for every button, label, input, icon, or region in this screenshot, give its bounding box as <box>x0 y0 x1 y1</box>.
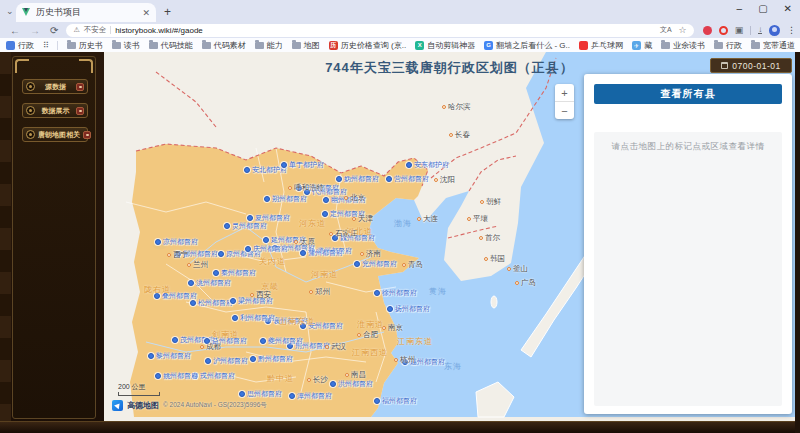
forward-button[interactable]: → <box>30 25 40 36</box>
bookmark-item[interactable]: 行政 <box>714 40 742 51</box>
city-dot-icon <box>325 345 329 349</box>
profile-avatar[interactable] <box>769 25 780 36</box>
bookmark-item[interactable]: 代码素材 <box>202 40 246 51</box>
bookmark-item[interactable]: ⠿ <box>43 41 48 50</box>
extension-o-icon[interactable] <box>719 26 728 35</box>
region-label: 黔中道 <box>267 373 294 384</box>
marker-dot-icon[interactable] <box>188 280 194 286</box>
bookmark-item[interactable]: ✈藏 <box>632 40 652 51</box>
zoom-out-button[interactable]: − <box>555 102 574 119</box>
marker-dot-icon[interactable] <box>232 315 238 321</box>
city-label: 朝鲜 <box>486 197 501 207</box>
marker-dot-icon[interactable] <box>322 211 328 217</box>
marker-dot-icon[interactable] <box>250 356 256 362</box>
browser-window: ⌄ 历史书项目 ✕ + – ▢ ✕ ← → ⟳ ⚠ 不安全 historyboo… <box>0 0 800 433</box>
map-canvas[interactable]: 744年天宝三载唐朝行政区划图（正县） 安北都护府单于都护府云州都督府妫州都督府… <box>104 52 795 421</box>
extensions-puzzle-icon[interactable]: ▣ <box>735 25 744 35</box>
marker-dot-icon[interactable] <box>374 398 380 404</box>
date-badge[interactable]: 0700-01-01 <box>710 58 792 73</box>
bookmark-item[interactable]: G翻墙之后看什么 - G.. <box>484 40 570 51</box>
city-dot-icon <box>294 240 298 244</box>
sidebar-button-toggle-icon[interactable] <box>76 83 84 91</box>
address-bar[interactable]: ⚠ 不安全 historybook.wiki/#/gaode 文A ☆ <box>66 24 693 37</box>
marker-dot-icon[interactable] <box>239 391 245 397</box>
marker-dot-icon[interactable] <box>374 290 380 296</box>
marker-dot-icon[interactable] <box>300 250 306 256</box>
window-close-button[interactable]: ✕ <box>784 3 792 14</box>
marker-dot-icon[interactable] <box>336 176 342 182</box>
bookmark-item[interactable]: 行政 <box>6 40 34 51</box>
sidebar-button-1[interactable]: 源数据 <box>22 79 88 94</box>
marker-dot-icon[interactable] <box>263 237 269 243</box>
folder-icon <box>255 42 264 49</box>
sidebar-button-toggle-icon[interactable] <box>83 131 91 139</box>
marker-dot-icon[interactable] <box>354 261 360 267</box>
extension-red-icon[interactable] <box>703 26 712 35</box>
sidebar-button-toggle-icon[interactable] <box>76 107 84 115</box>
city-label: 兰州 <box>193 260 208 270</box>
reload-button[interactable]: ⟳ <box>50 25 58 36</box>
marker-dot-icon[interactable] <box>155 373 161 379</box>
bookmark-item[interactable]: 代码技能 <box>149 40 193 51</box>
city-dot-icon <box>357 333 361 337</box>
view-all-counties-button[interactable]: 查看所有县 <box>594 84 782 104</box>
marker-dot-icon[interactable] <box>245 246 251 252</box>
back-button[interactable]: ← <box>10 25 20 36</box>
marker-dot-icon[interactable] <box>148 353 154 359</box>
url-text[interactable]: historybook.wiki/#/gaode <box>115 26 656 35</box>
city-dot-icon <box>402 263 406 267</box>
bookmark-item[interactable]: 历历史价格查询 (京.. <box>329 40 406 51</box>
city-label: 长春 <box>455 130 470 140</box>
bookmark-item[interactable]: 历史书 <box>67 40 103 51</box>
marker-dot-icon[interactable] <box>386 176 392 182</box>
marker-dot-icon[interactable] <box>406 162 412 168</box>
bookmark-item[interactable]: 业余读书 <box>661 40 705 51</box>
tab-close-icon[interactable]: ✕ <box>142 8 150 18</box>
bookmark-item[interactable]: 读书 <box>112 40 140 51</box>
decor-right-edge <box>795 52 800 433</box>
marker-dot-icon[interactable] <box>289 393 295 399</box>
bookmark-item[interactable]: X自动剪辑神器 <box>415 40 475 51</box>
browser-toolbar: ← → ⟳ ⚠ 不安全 historybook.wiki/#/gaode 文A … <box>0 22 800 38</box>
translate-icon[interactable]: 文A <box>660 25 672 35</box>
site-favicon-icon: ✈ <box>632 41 641 50</box>
marker-dot-icon[interactable] <box>323 197 329 203</box>
download-icon[interactable]: ↓ <box>758 26 762 34</box>
marker-dot-icon[interactable] <box>205 358 211 364</box>
bookmark-item[interactable]: 地图 <box>292 40 320 51</box>
new-tab-button[interactable]: + <box>164 5 171 19</box>
tab-search-icon[interactable]: ⌄ <box>6 6 14 16</box>
bookmark-star-icon[interactable]: ☆ <box>679 25 687 35</box>
marker-dot-icon[interactable] <box>247 215 253 221</box>
marker-dot-icon[interactable] <box>281 162 287 168</box>
marker-dot-icon[interactable] <box>224 223 230 229</box>
region-label: 淮南道 <box>357 319 384 330</box>
bookmark-item[interactable]: 乒乓球网 <box>579 40 623 51</box>
marker-dot-icon[interactable] <box>260 338 266 344</box>
city-dot-icon <box>288 186 292 190</box>
zoom-in-button[interactable]: + <box>555 84 574 102</box>
marker-dot-icon[interactable] <box>264 196 270 202</box>
marker-dot-icon[interactable] <box>155 239 161 245</box>
browser-tab[interactable]: 历史书项目 ✕ <box>16 3 156 22</box>
sidebar-button-3[interactable]: 唐朝地图相关 <box>22 127 88 142</box>
site-favicon-icon: G <box>484 41 493 50</box>
bookmark-label: 业余读书 <box>673 40 705 51</box>
marker-dot-icon[interactable] <box>330 381 336 387</box>
marker-dot-icon[interactable] <box>172 337 178 343</box>
menu-kebab-icon[interactable]: ⋮ <box>787 25 796 35</box>
marker-label: 黔州都督府 <box>258 354 293 364</box>
marker-dot-icon[interactable] <box>230 298 236 304</box>
marker-dot-icon[interactable] <box>387 306 393 312</box>
marker-dot-icon[interactable] <box>218 251 224 257</box>
left-sidebar: 源数据数据展示唐朝地图相关 <box>12 56 96 419</box>
bookmark-item[interactable]: 能力 <box>255 40 283 51</box>
marker-dot-icon[interactable] <box>244 167 250 173</box>
window-maximize-button[interactable]: ▢ <box>758 3 767 14</box>
sidebar-button-icon <box>26 106 35 115</box>
window-minimize-button[interactable]: – <box>737 3 743 14</box>
bookmark-item[interactable]: 宽带通道 <box>751 40 795 51</box>
sidebar-button-2[interactable]: 数据展示 <box>22 103 88 118</box>
marker-dot-icon[interactable] <box>213 270 219 276</box>
city-label: 武汉 <box>331 342 346 352</box>
